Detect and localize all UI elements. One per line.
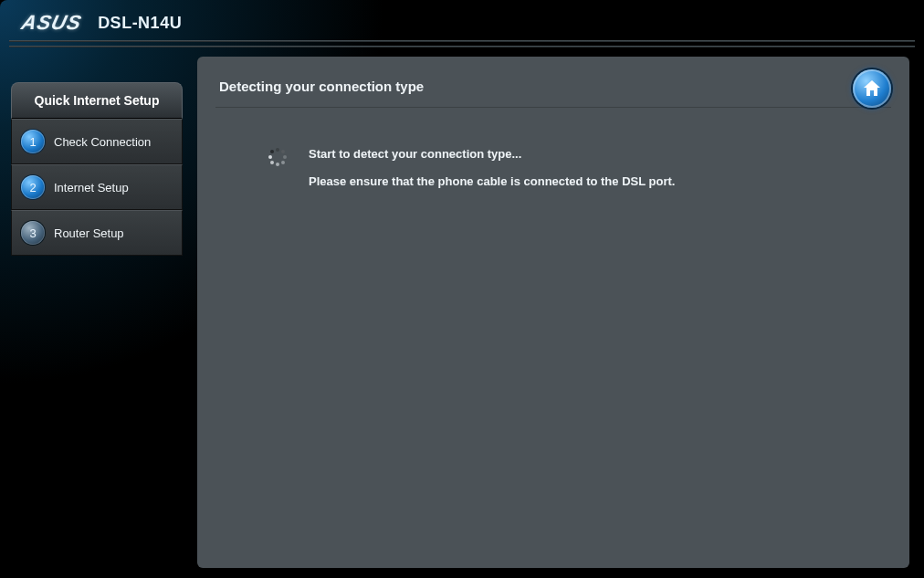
step-badge-3: 3 — [21, 221, 45, 245]
sidebar-item-label: Internet Setup — [54, 181, 129, 194]
panel-title: Detecting your connection type — [197, 57, 909, 107]
model-label: DSL-N14U — [98, 14, 182, 33]
content-block: Start to detect your connection type... … — [197, 108, 909, 190]
app-frame: ASUS DSL-N14U Quick Internet Setup 1 Che… — [0, 0, 924, 578]
home-icon — [861, 78, 883, 100]
status-text: Start to detect your connection type... … — [309, 146, 675, 190]
main-panel: Detecting your connection type Start to … — [197, 57, 909, 568]
header-divider — [9, 46, 915, 47]
sidebar-item-label: Check Connection — [54, 135, 151, 149]
step-badge-1: 1 — [21, 130, 45, 153]
sidebar-item-internet-setup[interactable]: 2 Internet Setup — [11, 164, 183, 210]
brand-logo: ASUS — [19, 11, 85, 35]
sidebar: Quick Internet Setup 1 Check Connection … — [11, 82, 183, 256]
step-badge-2: 2 — [21, 175, 45, 199]
header-divider — [9, 40, 915, 42]
status-line1: Start to detect your connection type... — [309, 146, 675, 163]
status-line2: Please ensure that the phone cable is co… — [309, 173, 675, 190]
loading-spinner-icon — [268, 148, 287, 166]
sidebar-item-label: Router Setup — [54, 226, 124, 240]
sidebar-item-check-connection[interactable]: 1 Check Connection — [11, 119, 183, 164]
sidebar-title: Quick Internet Setup — [11, 82, 183, 119]
header: ASUS DSL-N14U — [0, 0, 924, 46]
home-button[interactable] — [853, 69, 891, 108]
sidebar-item-router-setup[interactable]: 3 Router Setup — [11, 210, 183, 256]
